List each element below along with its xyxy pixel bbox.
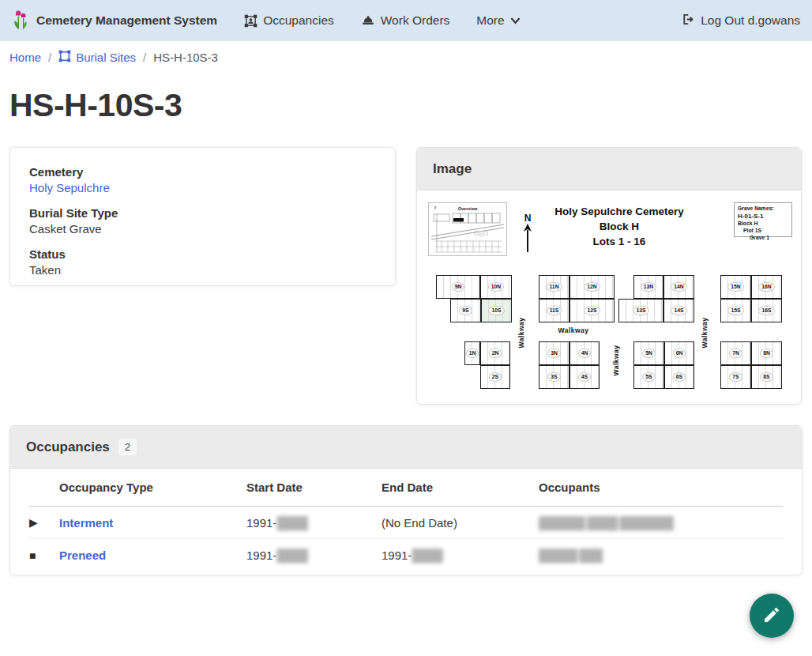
plot-cell-13n: 13N — [633, 275, 664, 299]
redacted-text: ████ — [276, 516, 307, 530]
plot-map-image[interactable]: Overview — [423, 197, 795, 399]
plot-cell-15s: 15S — [720, 299, 751, 322]
plot-cell-10n: 10N — [480, 275, 512, 299]
plot-label: 3S — [547, 372, 560, 382]
plot-label: 16N — [758, 282, 774, 292]
plot-cell-8s: 8S — [751, 365, 782, 389]
plot-label: 14N — [671, 282, 686, 292]
image-card: Image Overview — [416, 147, 802, 405]
plot-cell-2s: 2S — [480, 365, 510, 389]
redacted-text: ████ — [412, 549, 442, 562]
column-occupants: Occupants — [539, 481, 783, 494]
plot-cell-1n: 1N — [464, 341, 480, 365]
cemetery-link[interactable]: Holy Sepulchre — [29, 181, 110, 194]
breadcrumb: Home / Burial Sites / HS-H-10S-3 — [9, 50, 218, 65]
grave-name-id: H-01-S-1 — [738, 213, 788, 221]
nav-label-work-orders: Work Orders — [381, 13, 450, 28]
walkway-label: Walkway — [550, 326, 597, 337]
plot-cell-7s: 7S — [720, 365, 751, 389]
field-value: Casket Grave — [29, 222, 376, 236]
nav-item-work-orders[interactable]: Work Orders — [361, 13, 450, 28]
redacted-text: ██████ ████ ███████ — [539, 516, 673, 530]
plot-label: 12N — [584, 282, 600, 292]
occupancy-type-link[interactable]: Preneed — [59, 549, 106, 562]
map-title: Holy Sepulchre Cemetery Block H Lots 1 -… — [524, 205, 714, 250]
plot-cell-13s: 13S — [618, 299, 664, 322]
plot-cell-14s: 14S — [664, 299, 694, 322]
end-date-cell: 1991-████ — [382, 549, 539, 562]
nav-item-occupancies[interactable]: Occupancies — [244, 13, 334, 28]
occupants-cell: █████ ███ — [539, 549, 783, 562]
plot-label: 11S — [547, 306, 562, 315]
occupancies-table: Occupancy Type Start Date End Date Occup… — [10, 469, 802, 571]
plot-cell-14n: 14N — [664, 275, 694, 299]
plot-label: 1N — [466, 349, 479, 358]
image-card-header: Image — [417, 148, 801, 190]
flowers-logo-icon — [12, 9, 29, 33]
plot-cell-2n: 2N — [480, 341, 510, 365]
table-header-row: Occupancy Type Start Date End Date Occup… — [29, 469, 783, 507]
hard-hat-icon — [361, 14, 375, 27]
plot-cell-6n: 6N — [664, 341, 694, 365]
plot-label: 10N — [488, 282, 504, 292]
table-row-interment[interactable]: ▶ Interment 1991-████ (No End Date) ████… — [29, 507, 783, 539]
plot-cell-8n: 8N — [751, 341, 782, 365]
occupancies-heading: Occupancies — [26, 439, 110, 455]
plot-label: 15N — [727, 282, 743, 292]
chevron-down-icon — [510, 17, 521, 25]
plot-cell-4s: 4S — [570, 365, 600, 389]
plot-label: 14S — [671, 306, 686, 315]
plot-label: 8S — [760, 372, 773, 382]
plot-cell-11s: 11S — [539, 299, 570, 322]
plot-cell-9s: 9S — [450, 299, 481, 322]
plot-cell-11n: 11N — [539, 275, 570, 299]
plot-label: 2N — [489, 349, 502, 358]
plot-cell-3n: 3N — [539, 341, 570, 365]
image-card-body: Overview — [417, 190, 801, 405]
map-title-line1: Holy Sepulchre Cemetery — [524, 205, 714, 220]
redacted-text: ████ — [276, 549, 307, 562]
breadcrumb-home[interactable]: Home — [9, 51, 41, 64]
plot-label: 3N — [547, 349, 561, 358]
breadcrumb-separator: / — [143, 51, 146, 64]
burial-sites-icon — [58, 50, 71, 65]
app-brand[interactable]: Cemetery Management System — [12, 9, 217, 33]
plot-label: 4N — [578, 349, 592, 358]
plot-label: 7N — [729, 349, 742, 358]
occupancies-card: Occupancies 2 Occupancy Type Start Date … — [9, 425, 803, 575]
field-label: Status — [29, 247, 376, 261]
breadcrumb-burial-sites-label: Burial Sites — [76, 51, 136, 64]
plot-cell-3s: 3S — [539, 365, 570, 389]
occupancies-icon — [244, 14, 258, 28]
nav-item-more[interactable]: More — [476, 13, 520, 28]
plot-cell-12n: 12N — [570, 275, 615, 299]
plot-cell-4n: 4N — [570, 341, 600, 365]
table-row-preneed[interactable]: ■ Preneed 1991-████ 1991-████ █████ ███ — [29, 539, 783, 571]
details-card: Cemetery Holy Sepulchre Burial Site Type… — [9, 147, 396, 286]
plot-label: 16S — [758, 306, 774, 315]
logout-button[interactable]: Log Out d.gowans — [681, 13, 800, 29]
plot-cell-16n: 16N — [751, 275, 782, 299]
edit-fab-button[interactable] — [750, 594, 794, 638]
occupants-cell: ██████ ████ ███████ — [539, 516, 783, 530]
walkway-label: Walkway — [517, 309, 528, 356]
plot-label: 2S — [489, 372, 502, 382]
occupancies-count-badge: 2 — [118, 439, 137, 455]
breadcrumb-burial-sites[interactable]: Burial Sites — [58, 50, 136, 65]
plot-label: 9N — [452, 282, 465, 292]
plot-cell-16s: 16S — [751, 299, 782, 322]
plot-label: 11N — [546, 282, 562, 292]
column-occupancy-type: Occupancy Type — [59, 481, 246, 494]
plot-cell-15n: 15N — [720, 275, 751, 299]
logout-label: Log Out d.gowans — [701, 13, 800, 28]
plot-cell-5s: 5S — [633, 365, 664, 389]
plot-label: 8N — [760, 349, 773, 358]
overview-inset-map: Overview — [428, 202, 507, 256]
plot-label: 13N — [641, 282, 656, 292]
plot-cell-10s: 10S — [481, 299, 512, 322]
occupancy-type-link[interactable]: Interment — [59, 516, 113, 530]
plot-label: 4S — [578, 372, 591, 382]
nav-label-more: More — [476, 13, 504, 28]
breadcrumb-separator: / — [48, 51, 51, 64]
field-label: Cemetery — [29, 165, 376, 179]
